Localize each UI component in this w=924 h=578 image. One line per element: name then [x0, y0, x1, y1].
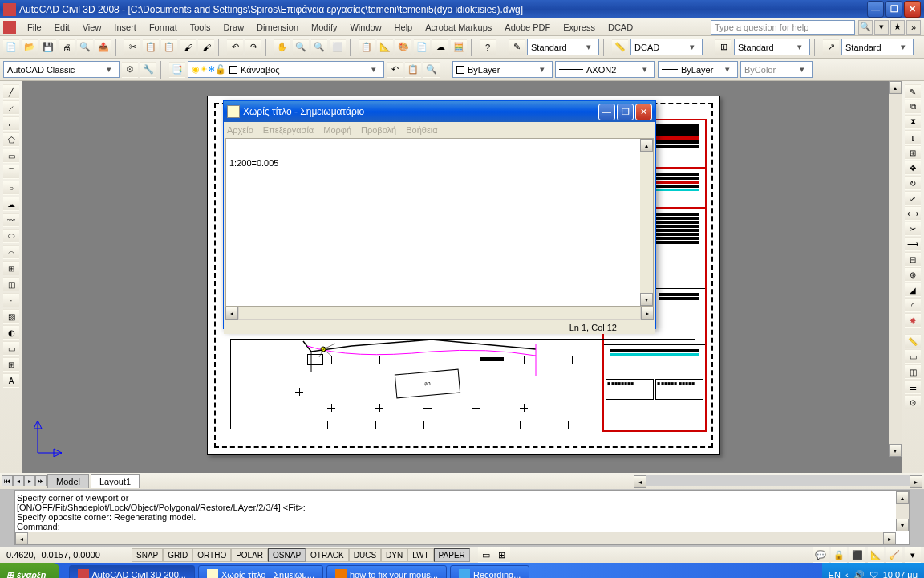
explode-icon[interactable]: ✸ [905, 313, 921, 328]
gradient-icon[interactable]: ◐ [3, 325, 19, 340]
status-model-icon[interactable]: ▭ [478, 547, 494, 563]
fillet-icon[interactable]: ◜ [905, 298, 921, 312]
style-icon[interactable]: ✎ [509, 39, 525, 55]
revcloud-icon[interactable]: ☁ [3, 197, 19, 211]
command-window[interactable]: Specify corner of viewport or [ON/OFF/Fi… [14, 490, 910, 545]
calc-icon[interactable]: 🧮 [451, 39, 467, 55]
app-menu-icon[interactable] [3, 21, 16, 34]
polygon-icon[interactable]: ⬠ [3, 132, 19, 147]
copy-icon[interactable]: 📋 [143, 39, 159, 55]
menu-insert[interactable]: Insert [107, 21, 143, 34]
menu-window[interactable]: Window [343, 21, 387, 34]
status-otrack[interactable]: OTRACK [306, 548, 349, 562]
taskbar-item-browser[interactable]: how to fix your mous... [326, 565, 447, 578]
tab-layout1[interactable]: Layout1 [91, 474, 140, 488]
tray-clock[interactable]: 10:07 μμ [883, 570, 918, 578]
status-tray-icon[interactable]: ▾ [905, 547, 921, 563]
tray-lang[interactable]: EN [829, 570, 841, 578]
canvas-hscroll[interactable]: ◂ ▸ [634, 475, 922, 486]
menu-dcad[interactable]: DCAD [602, 21, 639, 34]
menu-help[interactable]: Help [388, 21, 419, 34]
tab-prev-icon[interactable]: ◂ [13, 475, 24, 486]
dist-icon[interactable]: 📏 [905, 334, 921, 348]
insert-icon[interactable]: ⊞ [3, 261, 19, 275]
tray-volume-icon[interactable]: 🔊 [853, 570, 865, 579]
props-icon[interactable]: 📋 [359, 39, 375, 55]
undo-icon[interactable]: ↶ [227, 39, 243, 55]
notepad-menu-help[interactable]: Βοήθεια [406, 125, 437, 135]
mleaderstyle-combo[interactable]: Standard▾ [841, 39, 914, 55]
open-icon[interactable]: 📂 [22, 39, 38, 55]
command-vscroll[interactable]: ▴ ▾ [896, 491, 909, 531]
notepad-textarea[interactable]: 1:200=0.005 ▴ ▾ [225, 138, 654, 307]
id-icon[interactable]: ⊙ [905, 395, 921, 409]
status-ortho[interactable]: ORTHO [192, 548, 231, 562]
star-icon[interactable]: ★ [890, 20, 905, 35]
break-icon[interactable]: ⊟ [905, 252, 921, 267]
tray-shield-icon[interactable]: 🛡 [869, 570, 878, 578]
tray-expand-icon[interactable]: ‹ [845, 570, 849, 578]
stretch-icon[interactable]: ⟷ [905, 206, 921, 221]
dim-icon[interactable]: 📏 [612, 39, 628, 55]
taskbar-item-autocad[interactable]: AutoCAD Civil 3D 200... [69, 565, 195, 578]
menu-tools[interactable]: Tools [184, 21, 217, 34]
status-tool1-icon[interactable]: ⬛ [849, 547, 865, 563]
preview-icon[interactable]: 🔍 [77, 39, 93, 55]
plotstyle-combo[interactable]: ByColor▾ [740, 61, 813, 78]
chevron-icon[interactable]: » [906, 20, 921, 35]
zoom-rt-icon[interactable]: 🔍 [293, 39, 309, 55]
spline-icon[interactable]: 〰 [3, 213, 19, 227]
status-snap[interactable]: SNAP [132, 548, 163, 562]
help-search-box[interactable]: Type a question for help [711, 20, 855, 35]
hatch-icon[interactable]: ▨ [3, 309, 19, 324]
mirror-icon[interactable]: ⧗ [905, 115, 921, 129]
point-icon[interactable]: · [3, 293, 19, 307]
ws-toolbar-icon[interactable]: 🔧 [140, 62, 156, 78]
notepad-menu-edit[interactable]: Επεξεργασία [263, 125, 314, 135]
arrow-down-icon[interactable]: ▾ [874, 20, 889, 35]
array-icon[interactable]: ⊞ [905, 145, 921, 160]
notepad-titlebar[interactable]: Χωρίς τίτλο - Σημειωματάριο — ❐ ✕ [224, 101, 655, 122]
layer-prev-icon[interactable]: ↶ [387, 62, 403, 78]
tablestyle-combo[interactable]: Standard▾ [734, 39, 810, 55]
menu-edit[interactable]: Edit [48, 21, 76, 34]
zoom-win-icon[interactable]: ⬜ [330, 39, 346, 55]
notepad-menu-file[interactable]: Αρχείο [227, 125, 253, 135]
taskbar-item-notepad[interactable]: Χωρίς τίτλο - Σημειωμ... [198, 565, 323, 578]
color-combo[interactable]: ByLayer▾ [452, 61, 553, 78]
erase-icon[interactable]: ✎ [905, 84, 921, 99]
paste-icon[interactable]: 📋 [161, 39, 177, 55]
move-icon[interactable]: ✥ [905, 161, 921, 175]
menu-express[interactable]: Express [557, 21, 602, 34]
notepad-menu-format[interactable]: Μορφή [323, 125, 351, 135]
dc-icon[interactable]: 📐 [377, 39, 393, 55]
status-comm-icon[interactable]: 💬 [813, 547, 829, 563]
publish-icon[interactable]: 📤 [95, 39, 111, 55]
area-icon[interactable]: ▭ [905, 349, 921, 364]
tool-palette-icon[interactable]: 🎨 [395, 39, 411, 55]
search-icon[interactable]: 🔍 [858, 20, 873, 35]
xline-icon[interactable]: ⟋ [3, 100, 19, 115]
chamfer-icon[interactable]: ◢ [905, 283, 921, 297]
polyline-icon[interactable]: ⌐ [3, 116, 19, 131]
notepad-vscroll[interactable]: ▴ ▾ [640, 139, 653, 306]
close-button[interactable]: ✕ [904, 1, 921, 18]
status-grid[interactable]: GRID [163, 548, 192, 562]
drawing-canvas[interactable]: ◼ ◼◼◼◼◼◼◼ ◼ ◼◼◼◼◼ ◼◼◼◼◼ [22, 81, 902, 473]
layer-iso-icon[interactable]: 🔍 [424, 62, 440, 78]
circle-icon[interactable]: ○ [3, 181, 19, 195]
command-hscroll[interactable]: ◂ ▸ [15, 532, 896, 544]
mtext-icon[interactable]: A [3, 373, 19, 388]
arc-icon[interactable]: ⌒ [3, 165, 19, 179]
status-paper[interactable]: PAPER [434, 548, 470, 562]
sheet-icon[interactable]: 📄 [414, 39, 430, 55]
paint-icon[interactable]: 🖌 [198, 39, 214, 55]
menu-draw[interactable]: Draw [217, 21, 250, 34]
ellipse-arc-icon[interactable]: ⌓ [3, 245, 19, 259]
status-tool2-icon[interactable]: 📐 [868, 547, 884, 563]
tab-first-icon[interactable]: ⏮ [2, 475, 13, 486]
tab-last-icon[interactable]: ⏭ [35, 475, 47, 486]
status-clean-icon[interactable]: 🧹 [886, 547, 902, 563]
menu-format[interactable]: Format [143, 21, 184, 34]
status-ducs[interactable]: DUCS [349, 548, 381, 562]
